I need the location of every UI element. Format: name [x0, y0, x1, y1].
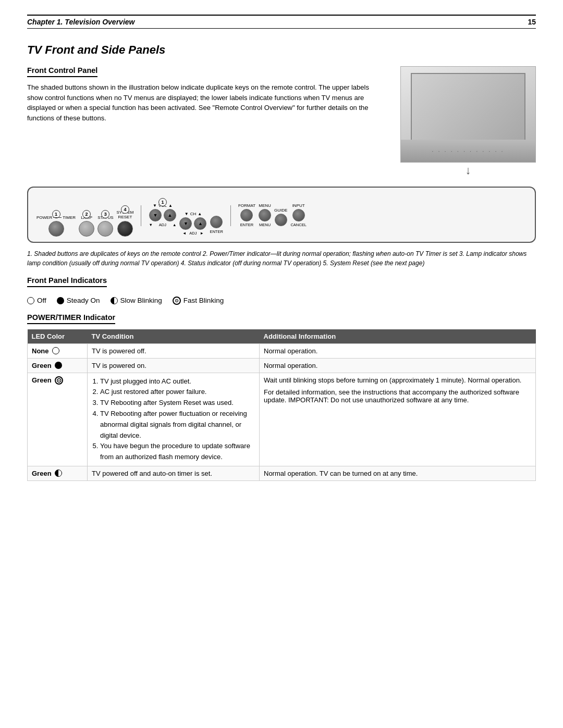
- tv-arrow-container: ↓: [400, 164, 536, 177]
- tv-screen: [411, 73, 525, 141]
- input-label: INPUT: [292, 203, 305, 208]
- led-cell-green-filled: Green: [28, 358, 88, 373]
- top-left: Front Control Panel The shaded buttons s…: [27, 66, 385, 177]
- ch-btns: ▼ ▲: [179, 217, 206, 230]
- adj-down: ▼: [149, 223, 152, 227]
- fast-blink-symbol: ⊙: [173, 297, 181, 305]
- ch-label: CH: [190, 212, 197, 216]
- guide-label: GUIDE: [274, 208, 287, 213]
- vol-section: 1 ▼ VOL ▲ ▼ ▲ ▼ ADJ ▲: [149, 195, 176, 227]
- header-page-number: 15: [528, 18, 536, 26]
- adj-up: ▲: [173, 223, 176, 227]
- condition-item-2: AC just restored after power failure.: [100, 387, 255, 398]
- additional-off: Normal operation.: [260, 343, 536, 358]
- btn-ch-up[interactable]: ▲: [194, 217, 206, 230]
- indicator-slow-blink: Slow Blinking: [111, 297, 162, 304]
- additional-half: Normal operation. TV can be turned on at…: [260, 466, 536, 480]
- arrow-line: [53, 217, 62, 218]
- ch-up-arr: ▲: [198, 212, 202, 216]
- caption-text: 1. Shaded buttons are duplicates of keys…: [27, 249, 536, 268]
- condition-item-4: TV Rebooting after power fluctuation or …: [100, 409, 255, 441]
- tv-condition-on: TV is powered on.: [88, 358, 260, 373]
- btn-lamp[interactable]: [79, 221, 94, 237]
- top-section: Front Control Panel The shaded buttons s…: [27, 66, 536, 177]
- page-header: Chapter 1. Television Overview 15: [27, 15, 536, 29]
- menu-label: MENU: [259, 203, 271, 208]
- front-control-panel-body: The shaded buttons shown in the illustra…: [27, 82, 385, 123]
- divider-1: [141, 205, 141, 226]
- btn-guide-group: GUIDE: [274, 208, 287, 227]
- indicator-fast-blink: ⊙ Fast Blinking: [173, 297, 224, 305]
- adj-label-c: ADJ: [189, 231, 197, 236]
- th-additional: Additional Information: [260, 329, 536, 344]
- additional-fast: Wait until blinking stops before turning…: [260, 373, 536, 466]
- slow-blink-symbol: [111, 297, 118, 304]
- led-cell-green-fast: Green ⊙: [28, 373, 88, 466]
- badge-3: 3: [101, 210, 109, 218]
- main-title: TV Front and Side Panels: [27, 43, 536, 57]
- page-container: Chapter 1. Television Overview 15 TV Fro…: [0, 0, 563, 502]
- power-label: POWER: [36, 215, 52, 220]
- btn-ch-down[interactable]: ▼: [179, 217, 192, 230]
- vol-up-arrow: ▲: [168, 203, 173, 208]
- table-row: Green ⊙ TV just plugged into AC outlet. …: [28, 373, 536, 466]
- btn-menu-group: MENU MENU: [259, 203, 271, 227]
- vol-down-arrow: ▼: [153, 203, 157, 208]
- btn-status-group: 3 STATUS: [97, 215, 113, 237]
- table-row: Green TV powered off and auto-on timer i…: [28, 466, 536, 480]
- steady-on-label: Steady On: [67, 297, 100, 304]
- th-led-color: LED Color: [28, 329, 88, 344]
- slow-blink-label: Slow Blinking: [120, 297, 162, 304]
- top-right: · · · · · · · · · · · · ↓: [400, 66, 536, 177]
- ch-label-row: ▼ CH ▲: [185, 212, 202, 216]
- condition-item-3: TV Rebooting after System Reset was used…: [100, 398, 255, 409]
- fast-blink-label: Fast Blinking: [183, 297, 224, 304]
- tv-illustration: · · · · · · · · · · · ·: [400, 66, 536, 163]
- btn-format-group: FORMAT ENTER: [238, 203, 255, 227]
- btn-format[interactable]: [240, 209, 253, 221]
- power-timer-heading: POWER/TIMER Indicator: [27, 313, 115, 324]
- led-green-filled-symbol: [55, 362, 62, 369]
- off-symbol: [27, 297, 34, 304]
- enter-section: ENTER: [210, 195, 223, 234]
- tv-dots: · · · · · · · · · · · ·: [432, 148, 504, 154]
- divider-2: [230, 205, 231, 226]
- btn-menu[interactable]: [259, 209, 271, 221]
- adj-labels-vol: ▼ ADJ ▲: [149, 223, 176, 227]
- timer-label: TIMER: [63, 215, 76, 220]
- tv-condition-off: TV is powered off.: [88, 343, 260, 358]
- ch-down-arr: ▼: [185, 212, 189, 216]
- btn-status[interactable]: [97, 221, 113, 237]
- btn-lamp-group: 2 LAMP: [79, 215, 94, 237]
- ch-section: ▼ CH ▲ ▼ ▲ ◄ ADJ ►: [179, 195, 206, 236]
- table-header-row: LED Color TV Condition Additional Inform…: [28, 329, 536, 344]
- table-row: None TV is powered off. Normal operation…: [28, 343, 536, 358]
- adj-label-v: ADJ: [159, 223, 166, 227]
- input-sub: CANCEL: [290, 223, 306, 227]
- badge-2: 2: [82, 210, 91, 218]
- led-green-fast-symbol: ⊙: [55, 376, 63, 385]
- enter-sub-label: ENTER: [210, 229, 223, 234]
- led-none-label: None: [32, 347, 49, 355]
- indicator-steady-on: Steady On: [57, 297, 100, 304]
- btn-guide[interactable]: [275, 214, 287, 226]
- adj-right: ►: [200, 231, 204, 236]
- btn-power[interactable]: [48, 221, 64, 237]
- btn-vol-down[interactable]: ▼: [149, 209, 162, 221]
- front-control-panel-heading: Front Control Panel: [27, 66, 97, 77]
- led-green-half-symbol: [55, 470, 62, 477]
- tv-down-arrow: ↓: [466, 164, 471, 177]
- right-btn-section: FORMAT ENTER MENU MENU GUIDE INPUT: [238, 195, 307, 227]
- btn-enter[interactable]: [210, 216, 223, 228]
- led-green-fast-label: Green: [32, 376, 52, 384]
- tv-base: · · · · · · · · · · · ·: [401, 140, 535, 162]
- btn-input[interactable]: [292, 209, 305, 221]
- table-row: Green TV is powered on. Normal operation…: [28, 358, 536, 373]
- format-label: FORMAT: [238, 203, 255, 208]
- additional-on: Normal operation.: [260, 358, 536, 373]
- btn-system-reset[interactable]: [117, 221, 133, 237]
- adj-labels-ch: ◄ ADJ ►: [182, 231, 204, 236]
- adj-left: ◄: [182, 231, 186, 236]
- btn-vol-up[interactable]: ▲: [164, 209, 176, 221]
- badge-4: 4: [121, 205, 129, 214]
